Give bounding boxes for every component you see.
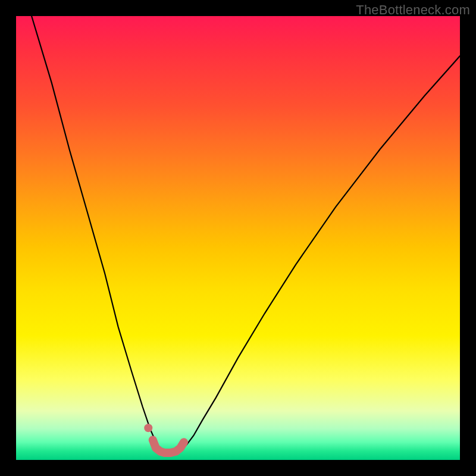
plot-area [16,16,460,460]
optimal-marker [153,440,184,453]
marker-dot [144,424,152,432]
bottleneck-curve [32,16,460,453]
chart-svg [16,16,460,460]
